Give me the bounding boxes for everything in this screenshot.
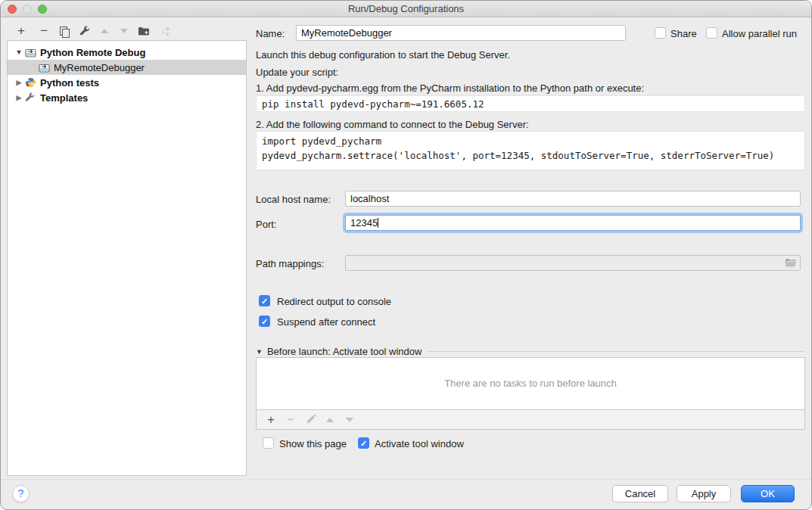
tree-item-python-tests[interactable]: ▶ Python tests — [8, 75, 246, 90]
redirect-output-label: Redirect output to console — [277, 296, 391, 307]
add-configuration-button[interactable]: + — [13, 23, 30, 39]
before-launch-task-list[interactable]: There are no tasks to run before launch — [256, 357, 805, 410]
port-input[interactable]: 12345 — [345, 215, 801, 231]
suspend-after-connect-checkbox[interactable]: ✓ — [259, 316, 270, 327]
copy-configuration-button[interactable] — [55, 23, 72, 39]
tree-item-label: MyRemoteDebugger — [54, 62, 145, 73]
remote-debug-config-icon — [24, 47, 36, 58]
move-up-button[interactable] — [96, 23, 113, 39]
add-task-button[interactable]: + — [261, 412, 281, 428]
ok-button[interactable]: OK — [741, 485, 795, 502]
share-checkbox[interactable] — [655, 27, 666, 39]
check-icon: ✓ — [360, 439, 367, 448]
folder-icon — [785, 258, 797, 268]
tree-item-label: Python tests — [40, 77, 99, 89]
sort-configurations-button[interactable]: ↓ az — [157, 23, 173, 39]
tree-item-python-remote-debug[interactable]: ▼ Python Remote Debug — [8, 45, 246, 60]
footer-separator — [1, 479, 811, 480]
question-icon: ? — [18, 487, 24, 499]
title-bar: Run/Debug Configurations — [1, 1, 811, 17]
create-folder-button[interactable] — [135, 23, 152, 39]
name-input[interactable] — [296, 25, 626, 41]
wrench-icon — [79, 26, 91, 37]
pencil-icon — [306, 415, 316, 424]
folder-plus-icon — [138, 26, 150, 36]
activate-tool-window-label: Activate tool window — [375, 438, 464, 449]
pip-command-code: pip install pydevd-pycharm~=191.6605.12 — [256, 95, 805, 112]
redirect-output-checkbox[interactable]: ✓ — [259, 295, 270, 306]
templates-wrench-icon — [24, 92, 36, 103]
expand-collapse-icon[interactable]: ▼ — [14, 48, 24, 56]
text-caret — [378, 218, 378, 228]
remove-configuration-button[interactable]: − — [36, 23, 52, 39]
collapse-section-icon[interactable]: ▼ — [256, 348, 263, 356]
remove-task-button[interactable]: − — [281, 412, 300, 428]
arrow-up-icon — [326, 418, 334, 422]
arrow-down-icon — [346, 418, 353, 422]
configurations-tree: ▼ Python Remote Debug MyRemoteDebugger ▶… — [7, 40, 247, 476]
share-label: Share — [670, 28, 697, 39]
edit-defaults-button[interactable] — [76, 23, 93, 39]
section-rule — [428, 351, 805, 352]
before-launch-toolbar: + − — [256, 410, 805, 430]
edit-task-button[interactable] — [300, 412, 320, 428]
path-mappings-label: Path mappings: — [256, 258, 324, 269]
allow-parallel-run-label: Allow parallel run — [722, 28, 797, 39]
minus-icon: − — [287, 412, 294, 428]
settrace-code: import pydevd_pycharm pydevd_pycharm.set… — [256, 131, 805, 170]
intro-text: Launch this debug configuration to start… — [256, 49, 510, 61]
apply-button[interactable]: Apply — [677, 485, 731, 502]
code-line-1: import pydevd_pycharm — [262, 135, 381, 147]
show-this-page-label: Show this page — [279, 438, 347, 449]
port-label: Port: — [256, 219, 276, 230]
copy-icon — [60, 26, 68, 36]
python-tests-icon — [24, 77, 36, 88]
allow-parallel-run-checkbox[interactable] — [706, 27, 717, 39]
help-button[interactable]: ? — [12, 485, 30, 502]
code-line-2: pydevd_pycharm.settrace('localhost', por… — [262, 150, 774, 161]
step2-text: 2. Add the following command to connect … — [256, 119, 529, 130]
cancel-button[interactable]: Cancel — [612, 485, 668, 502]
plus-icon: + — [17, 23, 25, 39]
before-launch-title: Before launch: Activate tool window — [267, 346, 422, 357]
check-icon: ✓ — [261, 297, 268, 306]
window-title: Run/Debug Configurations — [1, 3, 811, 14]
tree-toolbar: + − ↓ az — [7, 23, 247, 40]
name-label: Name: — [256, 28, 285, 39]
no-tasks-text: There are no tasks to run before launch — [257, 378, 804, 389]
step1-text: 1. Add pydevd-pycharm.egg from the PyCha… — [256, 82, 644, 94]
expand-collapse-icon[interactable]: ▶ — [14, 94, 24, 101]
show-this-page-checkbox[interactable] — [263, 437, 274, 449]
suspend-after-connect-label: Suspend after connect — [277, 316, 375, 328]
minus-icon: − — [40, 23, 48, 39]
arrow-up-icon — [101, 29, 108, 33]
check-icon: ✓ — [261, 317, 268, 326]
sort-az-icon: ↓ az — [161, 26, 170, 36]
tree-item-label: Python Remote Debug — [40, 47, 145, 58]
tree-item-templates[interactable]: ▶ Templates — [8, 90, 246, 105]
browse-path-mappings-button[interactable] — [785, 258, 797, 268]
port-value: 12345 — [350, 217, 378, 229]
move-task-up-button[interactable] — [320, 412, 340, 428]
arrow-down-icon — [120, 29, 128, 33]
remote-debug-config-icon — [38, 62, 50, 73]
path-mappings-input[interactable] — [345, 255, 801, 271]
run-debug-configurations-dialog: Run/Debug Configurations + − ↓ az ▼ Py — [0, 0, 812, 510]
activate-tool-window-checkbox[interactable]: ✓ — [358, 437, 369, 449]
move-down-button[interactable] — [116, 23, 132, 39]
before-launch-header[interactable]: ▼ Before launch: Activate tool window — [256, 346, 805, 357]
expand-collapse-icon[interactable]: ▶ — [14, 79, 24, 86]
move-task-down-button[interactable] — [340, 412, 359, 428]
update-script-text: Update your script: — [256, 67, 338, 78]
tree-item-myremotedebugger[interactable]: MyRemoteDebugger — [8, 60, 246, 75]
local-host-name-label: Local host name: — [256, 194, 331, 205]
plus-icon: + — [267, 412, 275, 428]
tree-item-label: Templates — [40, 92, 88, 104]
local-host-name-input[interactable] — [345, 191, 801, 207]
